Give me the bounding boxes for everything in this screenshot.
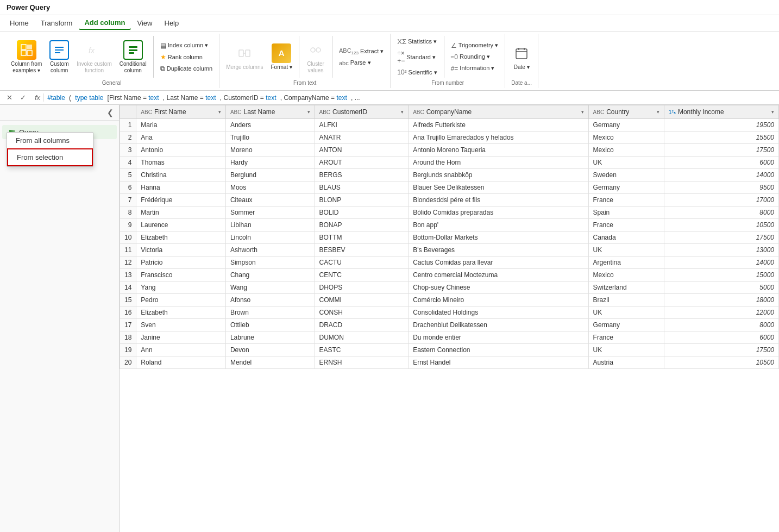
column-from-examples-icon bbox=[17, 40, 36, 60]
firstname-cell: Patricio bbox=[136, 256, 226, 269]
from-selection-item[interactable]: From selection bbox=[7, 148, 93, 166]
firstname-cell: Ann bbox=[136, 344, 226, 356]
table-row[interactable]: 10ElizabethLincolnBOTTMBottom-Dollar Mar… bbox=[120, 231, 779, 244]
firstname-filter-button[interactable]: ▾ bbox=[218, 109, 221, 115]
menu-help[interactable]: Help bbox=[159, 17, 185, 29]
standard-button[interactable]: ÷×+− Standard ▾ bbox=[394, 48, 440, 66]
monthlyincome-type-icon: 1²₃ bbox=[669, 109, 676, 115]
monthlyincome-cell: 14000 bbox=[664, 169, 779, 181]
monthlyincome-cell: 15000 bbox=[664, 269, 779, 281]
table-row[interactable]: 18JanineLabruneDUMONDu monde entierFranc… bbox=[120, 331, 779, 344]
rounding-label: Rounding ▾ bbox=[460, 53, 490, 60]
menu-add-column[interactable]: Add column bbox=[79, 16, 130, 30]
row-number-cell: 19 bbox=[120, 344, 136, 356]
extract-button[interactable]: ABC123 Extract ▾ bbox=[336, 46, 387, 57]
customerid-cell: ANATR bbox=[315, 132, 409, 144]
date-button[interactable]: Date ▾ bbox=[508, 41, 535, 73]
customerid-cell: DRACD bbox=[315, 319, 409, 331]
table-row[interactable]: 13FransciscoChangCENTCCentro comercial M… bbox=[120, 269, 779, 281]
collapse-sidebar-button[interactable]: ❮ bbox=[104, 107, 117, 118]
menu-view[interactable]: View bbox=[132, 17, 158, 29]
menu-home[interactable]: Home bbox=[4, 17, 34, 29]
monthlyincome-cell: 17500 bbox=[664, 344, 779, 356]
firstname-cell: Franscisco bbox=[136, 269, 226, 281]
rank-column-button[interactable]: ★ Rank column bbox=[157, 52, 216, 62]
duplicate-column-button[interactable]: ⧉ Duplicate column bbox=[157, 63, 216, 74]
companyname-cell: Bólido Comidas preparadas bbox=[409, 206, 588, 219]
column-from-examples-button[interactable]: Column fromexamples ▾ bbox=[8, 38, 45, 76]
table-row[interactable]: 3AntonioMorenoANTONAntonio Moreno Taquer… bbox=[120, 144, 779, 157]
column-from-examples-label: Column fromexamples ▾ bbox=[11, 61, 42, 74]
country-cell: Germany bbox=[588, 319, 664, 331]
svg-rect-3 bbox=[27, 51, 32, 55]
customerid-cell: BLONP bbox=[315, 194, 409, 206]
monthlyincome-cell: 8000 bbox=[664, 319, 779, 331]
ribbon-separator-4 bbox=[444, 36, 444, 78]
table-row[interactable]: 20RolandMendelERNSHErnst HandelAustria10… bbox=[120, 356, 779, 369]
trigonometry-button[interactable]: ∠ Trigonometry ▾ bbox=[448, 40, 501, 51]
lastname-cell: Labrune bbox=[225, 331, 315, 344]
monthlyincome-filter-button[interactable]: ▾ bbox=[771, 109, 774, 115]
table-row[interactable]: 6HannaMoosBLAUSBlauer See DelikatessenGe… bbox=[120, 181, 779, 194]
lastname-cell: Moreno bbox=[225, 144, 315, 157]
country-type-icon: ABC bbox=[593, 109, 605, 115]
conditional-column-button[interactable]: Conditionalcolumn bbox=[116, 38, 150, 76]
scientific-button[interactable]: 10² Scientific ▾ bbox=[394, 67, 440, 78]
data-area[interactable]: ABC First Name ▾ ABC Last Name ▾ bbox=[120, 105, 779, 532]
ribbon-separator-1 bbox=[153, 36, 154, 78]
lastname-cell: Anders bbox=[225, 119, 315, 132]
information-button[interactable]: #= Information ▾ bbox=[448, 63, 501, 74]
table-row[interactable]: 4ThomasHardyAROUTAround the HornUK6000 bbox=[120, 157, 779, 169]
trigonometry-label: Trigonometry ▾ bbox=[458, 42, 498, 49]
country-filter-button[interactable]: ▾ bbox=[657, 109, 659, 115]
statistics-button[interactable]: XΣ Statistics ▾ bbox=[394, 36, 440, 47]
formula-confirm-button[interactable]: ✓ bbox=[18, 92, 28, 103]
country-cell: UK bbox=[588, 157, 664, 169]
parse-button[interactable]: abc Parse ▾ bbox=[336, 58, 387, 68]
menu-transform[interactable]: Transform bbox=[35, 17, 78, 29]
custom-column-icon bbox=[49, 40, 69, 60]
from-all-columns-item[interactable]: From all columns bbox=[7, 133, 93, 148]
format-button[interactable]: A Format ▾ bbox=[268, 41, 296, 73]
monthlyincome-cell: 17000 bbox=[664, 194, 779, 206]
invoke-custom-function-button[interactable]: fx Invoke customfunction bbox=[73, 38, 115, 76]
statistics-label: Statistics ▾ bbox=[408, 38, 437, 45]
table-row[interactable]: 2AnaTrujilloANATRAna Trujillo Emaredados… bbox=[120, 132, 779, 144]
country-cell: Argentina bbox=[588, 256, 664, 269]
merge-columns-button[interactable]: Merge columns bbox=[223, 41, 266, 73]
formula-cancel-button[interactable]: ✕ bbox=[4, 92, 15, 103]
table-row[interactable]: 5ChristinaBerglundBERGSBerglunds snabbkö… bbox=[120, 169, 779, 181]
companyname-cell: Chop-suey Chinese bbox=[409, 281, 588, 294]
companyname-cell: Blondesddsl pére et fils bbox=[409, 194, 588, 206]
table-row[interactable]: 1MariaAndersALFKIAlfreds FutterkisteGerm… bbox=[120, 119, 779, 132]
lastname-cell: Ashworth bbox=[225, 244, 315, 256]
table-row[interactable]: 15PedroAfonsoCOMMIComércio MineiroBrazil… bbox=[120, 294, 779, 306]
table-row[interactable]: 12PatricioSimpsonCACTUCactus Comidas par… bbox=[120, 256, 779, 269]
table-row[interactable]: 16ElizabethBrownCONSHConsolidated Holdin… bbox=[120, 306, 779, 319]
lastname-filter-button[interactable]: ▾ bbox=[307, 109, 310, 115]
monthlyincome-cell: 13000 bbox=[664, 244, 779, 256]
table-row[interactable]: 11VictoriaAshworthBESBEVB's BeveragesUK1… bbox=[120, 244, 779, 256]
rounding-button[interactable]: ≈0 Rounding ▾ bbox=[448, 52, 501, 62]
customerid-filter-button[interactable]: ▾ bbox=[401, 109, 404, 115]
table-row[interactable]: 7FrédériqueCiteauxBLONPBlondesddsl pére … bbox=[120, 194, 779, 206]
cluster-values-icon bbox=[306, 40, 325, 60]
table-row[interactable]: 17SvenOttliebDRACDDrachenblut Delikatess… bbox=[120, 319, 779, 331]
companyname-filter-button[interactable]: ▾ bbox=[581, 109, 584, 115]
lastname-cell: Wang bbox=[225, 281, 315, 294]
customerid-label: CustomerID bbox=[332, 108, 367, 116]
invoke-function-icon: fx bbox=[84, 40, 104, 60]
monthlyincome-cell: 10500 bbox=[664, 219, 779, 231]
row-number-cell: 6 bbox=[120, 181, 136, 194]
row-number-cell: 14 bbox=[120, 281, 136, 294]
custom-column-button[interactable]: Customcolumn bbox=[46, 38, 72, 76]
cluster-values-button[interactable]: Clustervalues bbox=[303, 38, 329, 76]
table-row[interactable]: 14YangWangDHOPSChop-suey ChineseSwitzerl… bbox=[120, 281, 779, 294]
table-row[interactable]: 8MartinSommerBOLIDBólido Comidas prepara… bbox=[120, 206, 779, 219]
country-cell: UK bbox=[588, 244, 664, 256]
table-row[interactable]: 9LaurenceLibihanBONAPBon app'France10500 bbox=[120, 219, 779, 231]
index-column-button[interactable]: ▤ Index column ▾ bbox=[157, 40, 216, 51]
table-row[interactable]: 19AnnDevonEASTCEastern ConnectionUK17500 bbox=[120, 344, 779, 356]
customerid-cell: ANTON bbox=[315, 144, 409, 157]
information-icon: #= bbox=[451, 65, 458, 72]
